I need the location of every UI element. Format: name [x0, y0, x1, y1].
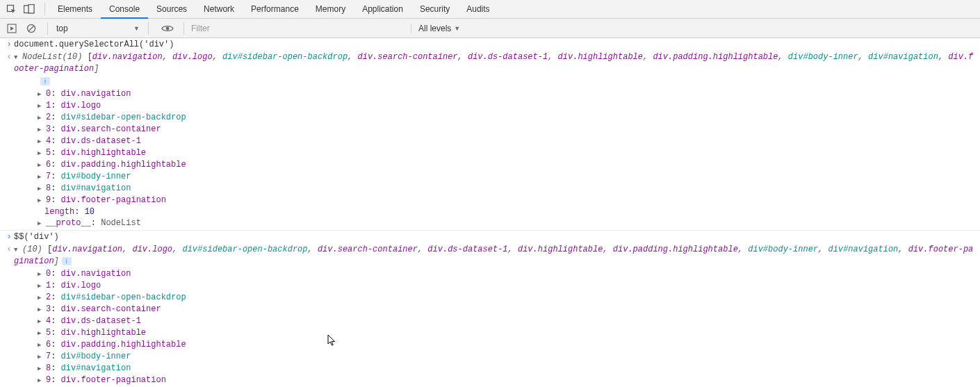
expand-toggle[interactable] [38, 159, 44, 171]
expand-toggle[interactable] [38, 315, 44, 327]
console-result-items: 0: div.navigation1: div.logo2: div#sideb… [14, 88, 980, 229]
svg-point-6 [166, 26, 170, 30]
devtools-tabbar: ElementsConsoleSourcesNetworkPerformance… [0, 0, 980, 19]
expand-toggle[interactable] [38, 183, 44, 195]
expand-toggle[interactable] [38, 88, 44, 100]
tab-sources[interactable]: Sources [148, 0, 195, 19]
expand-toggle[interactable] [38, 339, 44, 351]
console-result-summary[interactable]: (10) [div.navigation, div.logo, div#side… [14, 244, 980, 267]
separator [148, 22, 149, 35]
console-toolbar: top ▼ All levels ▼ [0, 19, 980, 38]
svg-rect-2 [28, 5, 34, 14]
device-toolbar-icon[interactable] [22, 2, 36, 16]
expand-toggle[interactable] [38, 292, 44, 304]
console-input-echo: $$('div') [14, 231, 980, 242]
expand-toggle[interactable] [38, 171, 44, 183]
expand-toggle[interactable] [38, 351, 44, 363]
separator [44, 3, 45, 15]
expand-toggle[interactable] [38, 135, 44, 147]
context-selector-value: top [56, 24, 68, 33]
expand-toggle[interactable] [38, 363, 44, 374]
tab-console[interactable]: Console [101, 0, 148, 19]
expand-toggle[interactable] [38, 112, 44, 124]
log-levels-selector[interactable]: All levels ▼ [411, 24, 460, 33]
expand-toggle[interactable] [38, 195, 44, 206]
svg-line-5 [28, 26, 34, 31]
console-output: ›document.querySelectorAll('div')‹NodeLi… [0, 38, 980, 387]
info-badge[interactable]: i [40, 77, 50, 85]
clear-console-icon[interactable] [24, 21, 39, 36]
expand-toggle[interactable] [38, 268, 44, 280]
context-selector[interactable]: top ▼ [52, 22, 144, 35]
separator [183, 22, 184, 35]
expand-toggle[interactable] [38, 327, 44, 339]
expand-toggle[interactable] [14, 51, 21, 63]
tab-network[interactable]: Network [195, 0, 243, 19]
expand-toggle[interactable] [38, 304, 44, 315]
expand-toggle[interactable] [38, 100, 44, 112]
tab-elements[interactable]: Elements [49, 0, 101, 19]
tab-memory[interactable]: Memory [307, 0, 354, 19]
chevron-down-icon: ▼ [454, 25, 460, 32]
tab-security[interactable]: Security [411, 0, 458, 19]
inspect-icon[interactable] [4, 2, 18, 16]
play-button-icon[interactable] [4, 21, 19, 36]
expand-toggle[interactable] [14, 244, 21, 256]
console-result-summary[interactable]: NodeList(10) [div.navigation, div.logo, … [14, 51, 980, 74]
expand-toggle[interactable] [38, 374, 44, 386]
console-result-items: 0: div.navigation1: div.logo2: div#sideb… [14, 268, 980, 387]
live-expression-icon[interactable] [160, 21, 175, 36]
tab-audits[interactable]: Audits [458, 0, 498, 19]
tab-application[interactable]: Application [354, 0, 411, 19]
filter-input[interactable] [188, 22, 408, 35]
expand-toggle[interactable] [38, 280, 44, 292]
chevron-down-icon: ▼ [133, 25, 140, 32]
tab-performance[interactable]: Performance [243, 0, 307, 19]
console-input-echo: document.querySelectorAll('div') [14, 39, 980, 50]
expand-toggle[interactable] [38, 147, 44, 159]
log-levels-label: All levels [418, 24, 451, 33]
expand-toggle[interactable] [38, 124, 44, 135]
info-badge[interactable]: i [62, 257, 72, 265]
expand-toggle[interactable] [38, 217, 44, 229]
separator [47, 22, 48, 35]
